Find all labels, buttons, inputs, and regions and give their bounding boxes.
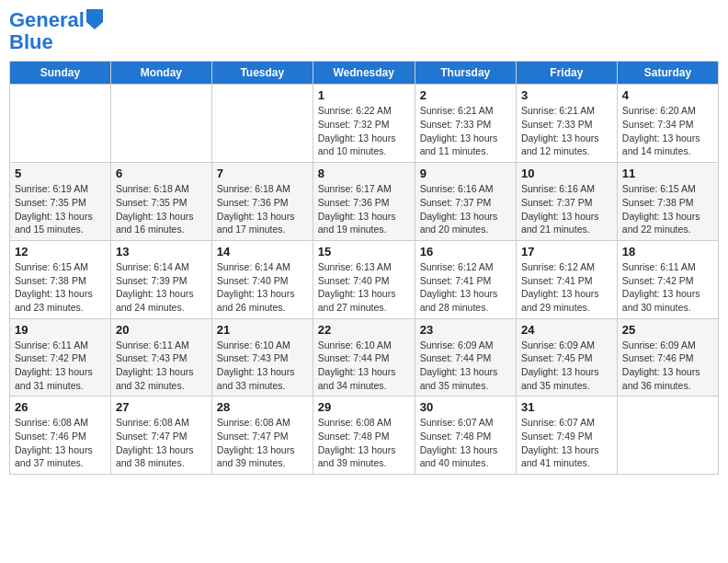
day-cell: 3Sunrise: 6:21 AMSunset: 7:33 PMDaylight… bbox=[516, 85, 617, 163]
day-info: Sunrise: 6:18 AMSunset: 7:36 PMDaylight:… bbox=[217, 182, 308, 236]
day-info: Sunrise: 6:07 AMSunset: 7:49 PMDaylight:… bbox=[521, 416, 612, 470]
day-cell: 14Sunrise: 6:14 AMSunset: 7:40 PMDayligh… bbox=[211, 240, 313, 318]
day-cell: 12Sunrise: 6:15 AMSunset: 7:38 PMDayligh… bbox=[10, 240, 111, 318]
day-number: 6 bbox=[116, 167, 207, 180]
day-cell: 1Sunrise: 6:22 AMSunset: 7:32 PMDaylight… bbox=[313, 85, 415, 163]
week-row-3: 12Sunrise: 6:15 AMSunset: 7:38 PMDayligh… bbox=[10, 240, 719, 318]
day-cell: 4Sunrise: 6:20 AMSunset: 7:34 PMDaylight… bbox=[617, 85, 718, 163]
day-number: 1 bbox=[318, 88, 410, 102]
day-cell bbox=[211, 85, 313, 163]
day-info: Sunrise: 6:21 AMSunset: 7:33 PMDaylight:… bbox=[521, 104, 612, 158]
day-cell: 24Sunrise: 6:09 AMSunset: 7:45 PMDayligh… bbox=[516, 318, 617, 396]
day-cell: 2Sunrise: 6:21 AMSunset: 7:33 PMDaylight… bbox=[415, 85, 516, 163]
day-cell: 7Sunrise: 6:18 AMSunset: 7:36 PMDaylight… bbox=[211, 163, 313, 241]
weekday-friday: Friday bbox=[516, 62, 617, 85]
logo: General Blue bbox=[9, 9, 103, 53]
weekday-thursday: Thursday bbox=[415, 62, 516, 85]
day-number: 9 bbox=[420, 167, 511, 180]
day-cell bbox=[10, 85, 111, 163]
day-number: 12 bbox=[15, 245, 106, 259]
weekday-sunday: Sunday bbox=[10, 62, 111, 85]
day-info: Sunrise: 6:20 AMSunset: 7:34 PMDaylight:… bbox=[622, 104, 713, 158]
day-info: Sunrise: 6:09 AMSunset: 7:45 PMDaylight:… bbox=[521, 339, 612, 393]
day-info: Sunrise: 6:12 AMSunset: 7:41 PMDaylight:… bbox=[521, 260, 612, 315]
week-row-5: 26Sunrise: 6:08 AMSunset: 7:46 PMDayligh… bbox=[10, 396, 719, 475]
day-info: Sunrise: 6:10 AMSunset: 7:44 PMDaylight:… bbox=[318, 339, 410, 393]
day-cell: 26Sunrise: 6:08 AMSunset: 7:46 PMDayligh… bbox=[10, 396, 111, 475]
day-cell: 15Sunrise: 6:13 AMSunset: 7:40 PMDayligh… bbox=[313, 240, 415, 318]
day-cell: 25Sunrise: 6:09 AMSunset: 7:46 PMDayligh… bbox=[617, 318, 718, 396]
day-cell: 18Sunrise: 6:11 AMSunset: 7:42 PMDayligh… bbox=[617, 240, 718, 318]
day-info: Sunrise: 6:22 AMSunset: 7:32 PMDaylight:… bbox=[318, 104, 410, 158]
day-number: 17 bbox=[521, 245, 612, 259]
day-cell: 21Sunrise: 6:10 AMSunset: 7:43 PMDayligh… bbox=[211, 318, 313, 396]
day-cell: 10Sunrise: 6:16 AMSunset: 7:37 PMDayligh… bbox=[516, 163, 617, 241]
day-cell: 19Sunrise: 6:11 AMSunset: 7:42 PMDayligh… bbox=[10, 318, 111, 396]
week-row-1: 1Sunrise: 6:22 AMSunset: 7:32 PMDaylight… bbox=[10, 85, 719, 163]
day-info: Sunrise: 6:17 AMSunset: 7:36 PMDaylight:… bbox=[318, 182, 410, 236]
svg-marker-0 bbox=[86, 9, 103, 29]
day-cell: 8Sunrise: 6:17 AMSunset: 7:36 PMDaylight… bbox=[313, 163, 415, 241]
day-cell: 28Sunrise: 6:08 AMSunset: 7:47 PMDayligh… bbox=[211, 396, 313, 475]
day-number: 10 bbox=[521, 167, 612, 180]
day-info: Sunrise: 6:13 AMSunset: 7:40 PMDaylight:… bbox=[318, 260, 410, 315]
day-cell: 11Sunrise: 6:15 AMSunset: 7:38 PMDayligh… bbox=[617, 163, 718, 241]
day-number: 2 bbox=[420, 88, 511, 102]
calendar: SundayMondayTuesdayWednesdayThursdayFrid… bbox=[9, 61, 719, 475]
day-number: 24 bbox=[521, 323, 612, 337]
day-number: 4 bbox=[622, 88, 713, 102]
day-info: Sunrise: 6:15 AMSunset: 7:38 PMDaylight:… bbox=[622, 182, 713, 236]
week-row-2: 5Sunrise: 6:19 AMSunset: 7:35 PMDaylight… bbox=[10, 163, 719, 241]
day-info: Sunrise: 6:11 AMSunset: 7:42 PMDaylight:… bbox=[622, 260, 713, 315]
day-info: Sunrise: 6:16 AMSunset: 7:37 PMDaylight:… bbox=[420, 182, 511, 236]
day-cell: 20Sunrise: 6:11 AMSunset: 7:43 PMDayligh… bbox=[110, 318, 211, 396]
day-number: 26 bbox=[15, 400, 106, 414]
logo-text-blue: Blue bbox=[9, 31, 103, 53]
day-cell: 22Sunrise: 6:10 AMSunset: 7:44 PMDayligh… bbox=[313, 318, 415, 396]
day-number: 11 bbox=[622, 167, 713, 180]
day-cell: 6Sunrise: 6:18 AMSunset: 7:35 PMDaylight… bbox=[110, 163, 211, 241]
day-cell bbox=[617, 396, 718, 475]
day-number: 30 bbox=[420, 400, 511, 414]
day-info: Sunrise: 6:09 AMSunset: 7:44 PMDaylight:… bbox=[420, 339, 511, 393]
weekday-header-row: SundayMondayTuesdayWednesdayThursdayFrid… bbox=[10, 62, 719, 85]
weekday-monday: Monday bbox=[110, 62, 211, 85]
day-number: 31 bbox=[521, 400, 612, 414]
day-number: 16 bbox=[420, 245, 511, 259]
day-info: Sunrise: 6:08 AMSunset: 7:46 PMDaylight:… bbox=[15, 416, 106, 470]
day-cell: 9Sunrise: 6:16 AMSunset: 7:37 PMDaylight… bbox=[415, 163, 516, 241]
day-info: Sunrise: 6:11 AMSunset: 7:43 PMDaylight:… bbox=[116, 339, 207, 393]
day-cell: 5Sunrise: 6:19 AMSunset: 7:35 PMDaylight… bbox=[10, 163, 111, 241]
logo-text-general: General bbox=[9, 9, 85, 31]
day-number: 5 bbox=[15, 167, 106, 180]
day-info: Sunrise: 6:21 AMSunset: 7:33 PMDaylight:… bbox=[420, 104, 511, 158]
logo-icon bbox=[86, 9, 103, 29]
page: General Blue SundayMondayTuesdayWednesda… bbox=[0, 0, 728, 563]
day-number: 23 bbox=[420, 323, 511, 337]
day-number: 13 bbox=[116, 245, 207, 259]
day-number: 15 bbox=[318, 245, 410, 259]
day-cell: 27Sunrise: 6:08 AMSunset: 7:47 PMDayligh… bbox=[110, 396, 211, 475]
day-number: 29 bbox=[318, 400, 410, 414]
week-row-4: 19Sunrise: 6:11 AMSunset: 7:42 PMDayligh… bbox=[10, 318, 719, 396]
day-number: 21 bbox=[217, 323, 308, 337]
day-cell bbox=[110, 85, 211, 163]
day-cell: 31Sunrise: 6:07 AMSunset: 7:49 PMDayligh… bbox=[516, 396, 617, 475]
day-number: 8 bbox=[318, 167, 410, 180]
day-number: 28 bbox=[217, 400, 308, 414]
day-info: Sunrise: 6:19 AMSunset: 7:35 PMDaylight:… bbox=[15, 182, 106, 236]
day-info: Sunrise: 6:10 AMSunset: 7:43 PMDaylight:… bbox=[217, 339, 308, 393]
day-number: 14 bbox=[217, 245, 308, 259]
day-info: Sunrise: 6:15 AMSunset: 7:38 PMDaylight:… bbox=[15, 260, 106, 315]
day-cell: 13Sunrise: 6:14 AMSunset: 7:39 PMDayligh… bbox=[110, 240, 211, 318]
day-number: 7 bbox=[217, 167, 308, 180]
day-info: Sunrise: 6:08 AMSunset: 7:47 PMDaylight:… bbox=[217, 416, 308, 470]
day-cell: 23Sunrise: 6:09 AMSunset: 7:44 PMDayligh… bbox=[415, 318, 516, 396]
day-info: Sunrise: 6:07 AMSunset: 7:48 PMDaylight:… bbox=[420, 416, 511, 470]
day-info: Sunrise: 6:08 AMSunset: 7:48 PMDaylight:… bbox=[318, 416, 410, 470]
day-cell: 16Sunrise: 6:12 AMSunset: 7:41 PMDayligh… bbox=[415, 240, 516, 318]
day-info: Sunrise: 6:08 AMSunset: 7:47 PMDaylight:… bbox=[116, 416, 207, 470]
day-number: 3 bbox=[521, 88, 612, 102]
day-info: Sunrise: 6:18 AMSunset: 7:35 PMDaylight:… bbox=[116, 182, 207, 236]
day-info: Sunrise: 6:09 AMSunset: 7:46 PMDaylight:… bbox=[622, 339, 713, 393]
